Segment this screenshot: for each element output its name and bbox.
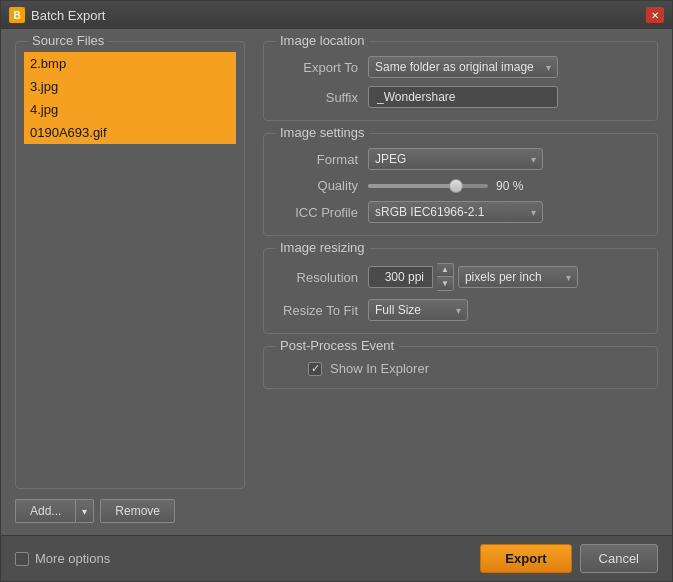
more-options-checkbox[interactable] <box>15 552 29 566</box>
post-process-section: Post-Process Event ✓ Show In Explorer <box>263 346 658 389</box>
format-dropdown[interactable]: JPEG ▾ <box>368 148 543 170</box>
icc-label: ICC Profile <box>278 205 368 220</box>
export-to-value: Same folder as original image <box>375 60 534 74</box>
suffix-input[interactable] <box>368 86 558 108</box>
file-list: 2.bmp 3.jpg 4.jpg 0190A693.gif <box>24 52 236 480</box>
title-bar: B Batch Export ✕ <box>1 1 672 29</box>
resolution-input[interactable] <box>368 266 433 288</box>
checkmark-icon: ✓ <box>311 363 320 374</box>
format-row: Format JPEG ▾ <box>278 148 643 170</box>
image-settings-section: Image settings Format JPEG ▾ Quality <box>263 133 658 236</box>
close-button[interactable]: ✕ <box>646 7 664 23</box>
bottom-bar: More options Export Cancel <box>1 535 672 581</box>
add-dropdown-arrow[interactable]: ▾ <box>75 499 94 523</box>
resolution-row: Resolution ▲ ▼ pixels per inch ▾ <box>278 263 643 291</box>
quality-slider[interactable] <box>368 184 488 188</box>
spinner-up-button[interactable]: ▲ <box>437 264 453 277</box>
suffix-row: Suffix <box>278 86 643 108</box>
dropdown-arrow-icon: ▾ <box>546 62 551 73</box>
dropdown-arrow-icon: ▾ <box>531 154 536 165</box>
cancel-button[interactable]: Cancel <box>580 544 658 573</box>
list-item[interactable]: 3.jpg <box>24 75 236 98</box>
resize-to-fit-value: Full Size <box>375 303 421 317</box>
window-controls: ✕ <box>646 7 664 23</box>
show-in-explorer-row: ✓ Show In Explorer <box>278 361 643 376</box>
format-label: Format <box>278 152 368 167</box>
more-options: More options <box>15 551 480 566</box>
window-title: Batch Export <box>31 8 646 23</box>
slider-thumb[interactable] <box>449 179 463 193</box>
batch-export-window: B Batch Export ✕ Source Files 2.bmp 3.jp… <box>0 0 673 582</box>
dropdown-arrow-icon: ▾ <box>566 272 571 283</box>
main-content: Source Files 2.bmp 3.jpg 4.jpg 0190A693.… <box>1 29 672 535</box>
source-files-title: Source Files <box>28 33 108 48</box>
dropdown-arrow-icon: ▾ <box>531 207 536 218</box>
remove-button[interactable]: Remove <box>100 499 175 523</box>
slider-fill <box>368 184 458 188</box>
image-resizing-section: Image resizing Resolution ▲ ▼ pixels per… <box>263 248 658 334</box>
icc-dropdown[interactable]: sRGB IEC61966-2.1 ▾ <box>368 201 543 223</box>
dropdown-arrow-icon: ▾ <box>456 305 461 316</box>
post-process-title: Post-Process Event <box>276 338 398 353</box>
resolution-spinner: ▲ ▼ <box>437 263 454 291</box>
spinner-down-button[interactable]: ▼ <box>437 277 453 290</box>
format-value: JPEG <box>375 152 406 166</box>
add-button[interactable]: Add... <box>15 499 75 523</box>
icc-row: ICC Profile sRGB IEC61966-2.1 ▾ <box>278 201 643 223</box>
resolution-unit-dropdown[interactable]: pixels per inch ▾ <box>458 266 578 288</box>
resolution-unit-value: pixels per inch <box>465 270 542 284</box>
list-item[interactable]: 2.bmp <box>24 52 236 75</box>
resize-to-fit-dropdown[interactable]: Full Size ▾ <box>368 299 468 321</box>
icc-value: sRGB IEC61966-2.1 <box>375 205 484 219</box>
resize-to-fit-label: Resize To Fit <box>278 303 368 318</box>
source-files-group: Source Files 2.bmp 3.jpg 4.jpg 0190A693.… <box>15 41 245 489</box>
left-panel: Source Files 2.bmp 3.jpg 4.jpg 0190A693.… <box>15 41 245 523</box>
right-panel: Image location Export To Same folder as … <box>263 41 658 523</box>
export-to-row: Export To Same folder as original image … <box>278 56 643 78</box>
file-buttons: Add... ▾ Remove <box>15 499 245 523</box>
suffix-label: Suffix <box>278 90 368 105</box>
resize-to-fit-row: Resize To Fit Full Size ▾ <box>278 299 643 321</box>
resolution-label: Resolution <box>278 270 368 285</box>
quality-slider-container: 90 % <box>368 179 643 193</box>
export-button[interactable]: Export <box>480 544 571 573</box>
show-in-explorer-checkbox[interactable]: ✓ <box>308 362 322 376</box>
list-item[interactable]: 0190A693.gif <box>24 121 236 144</box>
image-location-section: Image location Export To Same folder as … <box>263 41 658 121</box>
window-icon: B <box>9 7 25 23</box>
export-to-dropdown[interactable]: Same folder as original image ▾ <box>368 56 558 78</box>
image-settings-title: Image settings <box>276 125 369 140</box>
quality-row: Quality 90 % <box>278 178 643 193</box>
image-location-title: Image location <box>276 33 369 48</box>
more-options-label: More options <box>35 551 110 566</box>
export-to-label: Export To <box>278 60 368 75</box>
quality-value: 90 % <box>496 179 531 193</box>
list-item[interactable]: 4.jpg <box>24 98 236 121</box>
quality-label: Quality <box>278 178 368 193</box>
show-in-explorer-label: Show In Explorer <box>330 361 429 376</box>
image-resizing-title: Image resizing <box>276 240 369 255</box>
